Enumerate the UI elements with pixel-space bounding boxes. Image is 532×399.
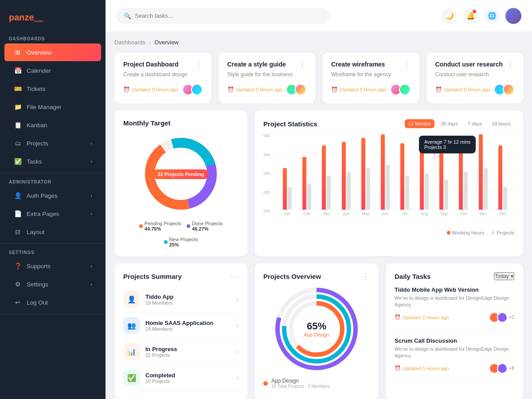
today-filter-button[interactable]: Today ▾: [494, 272, 514, 280]
tasks-header: Daily Tasks Today ▾: [395, 272, 514, 280]
card-menu-1[interactable]: ⋮: [298, 61, 306, 69]
header: 🔍 🌙 🔔 🌐: [106, 0, 532, 32]
working-bar-Jun: [381, 134, 385, 210]
dark-mode-icon[interactable]: 🌙: [442, 8, 458, 24]
sidebar-item-auth-pages[interactable]: 👤 Auth Pages ›: [4, 187, 101, 204]
bar-group-Sep: Sep: [439, 149, 448, 216]
legend-new: New Projects25%: [164, 237, 198, 247]
project-bar-May: [366, 168, 370, 210]
y-label-500: 500: [263, 133, 270, 138]
summary-icon-in-progress: 📊: [123, 343, 140, 360]
logo: panze studio.: [0, 0, 106, 33]
legend-pending: Pending Projects44.75%: [139, 221, 181, 231]
summary-menu-button[interactable]: ⋯: [231, 272, 239, 280]
notifications-icon[interactable]: 🔔: [463, 8, 479, 24]
bar-group-Jul: Jul: [400, 143, 409, 216]
task-avatars-0: +2: [489, 312, 514, 323]
bar-group-Apr: Apr: [342, 142, 351, 216]
extra-pages-icon: 📄: [13, 209, 22, 218]
sidebar-section-administrator: ADMINISTRATOR: [0, 176, 106, 186]
project-bar-Sep: [444, 180, 448, 210]
task-title-0: Tiddo Mobile App Web Version: [395, 286, 514, 293]
search-input[interactable]: [135, 12, 321, 19]
projects-summary-card: Projects Summary ⋯ 👤 Tiddo App 19 Member…: [114, 263, 247, 399]
sidebar-item-settings[interactable]: ⚙ Settings ›: [4, 275, 101, 293]
y-label-300: 300: [263, 171, 270, 176]
summary-info-tiddo: Tiddo App 19 Members: [145, 293, 236, 305]
project-bar-Jun: [386, 164, 390, 210]
sidebar-item-log-out[interactable]: ↩ Log Out: [4, 293, 101, 311]
task-av-count-0: +2: [509, 315, 514, 320]
sidebar-item-kanban[interactable]: 📋 Kanban: [4, 116, 101, 134]
summary-name-completed: Completed: [145, 372, 236, 379]
working-hours-dot: [447, 231, 450, 235]
card-avatar2-2: [399, 84, 411, 95]
projects-overview-card: Projects Overview ⋮: [254, 263, 379, 399]
sidebar-label-calendar: Calender: [27, 67, 51, 74]
summary-info-completed: Completed 10 Projects: [145, 372, 236, 384]
kanban-icon: 📋: [13, 121, 22, 129]
bar-label-Jun: Jun: [382, 211, 389, 216]
tickets-icon: 🎫: [13, 84, 22, 93]
sidebar-item-tasks[interactable]: ✅ Tasks ›: [4, 153, 101, 170]
summary-count-tiddo: 19 Members: [145, 300, 236, 305]
summary-icon-homie: 👥: [123, 317, 140, 334]
summary-item-homie[interactable]: 👥 Homie SAAS Application 24 Members ›: [123, 313, 239, 339]
breadcrumb-parent[interactable]: Dashboards: [114, 39, 145, 46]
donut-legend: Pending Projects44.75% Done Projects46.2…: [123, 221, 239, 247]
bar-label-Mar: Mar: [323, 211, 330, 216]
sidebar-item-calendar[interactable]: 📅 Calender: [4, 62, 101, 79]
card-title-3: Conduct user research: [435, 61, 503, 68]
app-design-dot: [263, 381, 268, 386]
summary-item-in-progress[interactable]: 📊 In Progress 22 Projects ›: [123, 339, 239, 365]
language-icon[interactable]: 🌐: [484, 8, 500, 24]
filter-24hours[interactable]: 24 hours: [488, 119, 514, 128]
sidebar-item-layout[interactable]: ⊟ Layout: [4, 223, 101, 241]
working-bar-Dec: [498, 145, 502, 210]
concentric-chart: 65% App Design: [272, 285, 361, 373]
clock-icon-0: ⏰: [123, 86, 130, 93]
filter-12months[interactable]: 12 Months: [405, 119, 434, 128]
working-hours-label: Working Hours: [452, 230, 485, 235]
monthly-target-card: Monthly Target 32 Projects Pending: [114, 110, 247, 256]
card-footer-3: ⏰ Updated 5 Hours ago: [435, 84, 515, 95]
card-avatars-0: [182, 84, 203, 95]
summary-name-in-progress: In Progress: [145, 346, 236, 352]
bottom-row: Projects Summary ⋯ 👤 Tiddo App 19 Member…: [114, 263, 523, 399]
user-avatar[interactable]: [505, 8, 521, 24]
concentric-center: 65% App Design: [304, 321, 329, 337]
card-menu-0[interactable]: ⋮: [195, 61, 203, 69]
sidebar-item-extra-pages[interactable]: 📄 Extra Pages ›: [4, 205, 101, 223]
summary-icon-tiddo: 👤: [123, 291, 140, 308]
card-title-0: Project Dashboard: [123, 61, 178, 68]
card-menu-2[interactable]: ⋮: [403, 61, 411, 69]
breadcrumb: Dashboards › Overview: [114, 39, 523, 46]
sidebar-item-projects[interactable]: 🗂 Projects ›: [4, 134, 101, 152]
overview-menu-button[interactable]: ⋮: [362, 272, 370, 280]
summary-item-tiddo[interactable]: 👤 Tiddo App 19 Members ›: [123, 286, 239, 313]
summary-item-completed[interactable]: ✅ Completed 10 Projects ›: [123, 365, 239, 391]
sidebar-item-overview[interactable]: ⊞ Overview: [4, 43, 101, 61]
sidebar-item-tickets[interactable]: 🎫 Tickets: [4, 80, 101, 98]
task-item-1: Scrum Call Discussion We've to design a …: [395, 337, 514, 381]
daily-tasks-title: Daily Tasks: [395, 273, 430, 280]
bar-group-Feb: Feb: [302, 157, 311, 216]
content-area: Dashboards › Overview Project Dashboard …: [106, 32, 532, 399]
filter-7days[interactable]: 7 days: [464, 119, 485, 128]
tooltip-sub: Projects 3: [424, 145, 470, 150]
task-desc-1: We've to design a dashboard for DevignEd…: [395, 346, 514, 360]
filter-30days[interactable]: 30 days: [437, 119, 462, 128]
sidebar-item-file-manager[interactable]: 📁 File Manager: [4, 98, 101, 116]
overview-center-label: App Design: [304, 332, 329, 337]
bar-group-Nov: Nov: [479, 134, 488, 216]
legend-app-design: App Design 16 Total Projects · 3 Members: [263, 378, 370, 389]
card-menu-3[interactable]: ⋮: [506, 61, 514, 69]
sidebar-item-supports[interactable]: ❓ Supports ›: [4, 257, 101, 275]
card-avatar2-0: [191, 84, 203, 95]
bar-group-Mar: Mar: [322, 145, 331, 216]
search-bar[interactable]: 🔍: [116, 8, 329, 23]
donut-chart: 32 Projects Pending: [141, 134, 221, 214]
sidebar-divider: [0, 314, 106, 314]
sidebar-label-tickets: Tickets: [27, 86, 45, 92]
bar-group-May: May: [361, 138, 370, 216]
